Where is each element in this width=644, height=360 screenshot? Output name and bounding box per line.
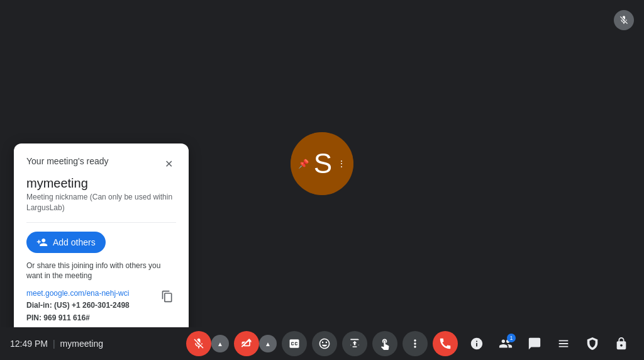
camera-off-ctrl-icon [240, 337, 253, 350]
current-time: 12:49 PM [10, 339, 48, 349]
copy-info-button[interactable] [158, 288, 176, 305]
security-icon [586, 337, 599, 351]
add-others-label: Add others [53, 237, 96, 247]
card-title: Your meeting's ready [26, 156, 109, 166]
activities-button[interactable] [551, 331, 576, 356]
more-options-icon[interactable]: ⋮ [337, 159, 346, 169]
card-meeting-desc: Meeting nickname (Can only be used withi… [26, 192, 176, 213]
raise-hand-icon [379, 337, 391, 350]
bottom-center-controls: ▲ ▲ [186, 331, 458, 356]
chat-icon [528, 337, 541, 351]
card-meeting-name: mymeeting [26, 176, 176, 191]
activities-icon [557, 337, 570, 351]
camera-options-button[interactable]: ▲ [259, 335, 277, 352]
chat-button[interactable] [522, 331, 547, 356]
people-badge: 1 [507, 334, 516, 342]
security-button[interactable] [580, 331, 605, 356]
emoji-icon [318, 337, 331, 350]
close-card-button[interactable]: ✕ [161, 156, 176, 171]
participant-avatar: 📌 S ⋮ [291, 132, 353, 195]
mic-off-indicator [614, 10, 634, 30]
captions-icon [288, 337, 301, 350]
end-call-icon [438, 337, 452, 351]
add-person-icon [36, 237, 48, 248]
more-options-button[interactable] [402, 331, 428, 356]
end-call-button[interactable] [433, 331, 458, 356]
more-vert-icon [409, 337, 421, 350]
mic-off-ctrl-icon [192, 337, 205, 350]
card-divider [26, 222, 176, 223]
captions-button[interactable] [282, 331, 307, 356]
avatar-controls-overlay: 📌 S ⋮ [291, 132, 353, 195]
present-button[interactable] [342, 331, 367, 356]
avatar-letter: S [314, 148, 332, 179]
meeting-info-button[interactable] [464, 331, 489, 356]
people-button[interactable]: 1 [493, 331, 518, 356]
pin-text: PIN: 969 911 616# [26, 313, 90, 322]
lock-icon [614, 337, 628, 351]
mic-toggle-button[interactable] [186, 331, 211, 356]
raise-hand-button[interactable] [372, 331, 397, 356]
bottom-right-controls: 1 [464, 331, 634, 356]
present-icon [348, 337, 361, 350]
separator: | [53, 339, 55, 349]
bottom-toolbar: 12:49 PM | mymeeting ▲ ▲ [0, 327, 644, 360]
join-info-block: meet.google.com/ena-nehj-wci Dial-in: (U… [26, 288, 176, 324]
meeting-link[interactable]: meet.google.com/ena-nehj-wci [26, 289, 129, 298]
share-text: Or share this joining info with others y… [26, 261, 176, 282]
reactions-button[interactable] [312, 331, 337, 356]
dial-in-text: Dial-in: (US) +1 260-301-2498 [26, 301, 130, 310]
bottom-left-info: 12:49 PM | mymeeting [10, 339, 103, 349]
info-icon [470, 337, 484, 351]
avatar-circle: 📌 S ⋮ [291, 132, 353, 195]
camera-button-group: ▲ [234, 331, 277, 356]
mic-button-group: ▲ [186, 331, 229, 356]
mic-options-button[interactable]: ▲ [211, 335, 229, 352]
card-header: Your meeting's ready ✕ [26, 156, 176, 171]
camera-toggle-button[interactable] [234, 331, 259, 356]
copy-icon [161, 290, 174, 303]
join-info-row: meet.google.com/ena-nehj-wci Dial-in: (U… [26, 288, 176, 324]
video-area: 📌 S ⋮ Your meeting's ready ✕ mymeeting M… [0, 0, 644, 327]
join-info-text: meet.google.com/ena-nehj-wci Dial-in: (U… [26, 288, 156, 324]
pin-icon[interactable]: 📌 [298, 159, 309, 169]
add-others-button[interactable]: Add others [26, 232, 106, 253]
lock-button[interactable] [609, 331, 634, 356]
meeting-name-bottom: mymeeting [60, 339, 103, 349]
